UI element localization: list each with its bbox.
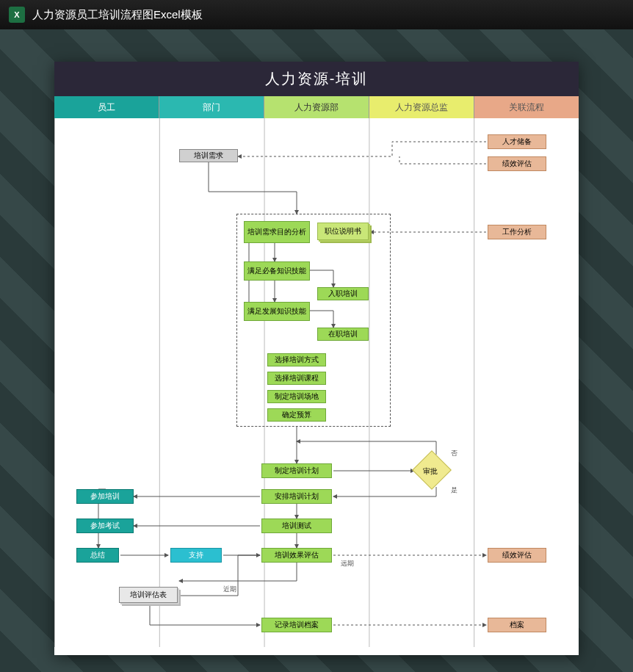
label-short-term: 近期 [223,585,236,594]
node-perf-eval-2: 绩效评估 [488,548,546,563]
label-no: 否 [451,449,457,458]
node-attend-training: 参加培训 [76,489,134,504]
lane-department: 部门 [159,96,264,118]
flowchart-body: 人才储备 绩效评估 工作分析 培训需求 培训需求目的分析 职位说明书 满足必备知… [54,118,579,647]
node-training-need: 培训需求 [179,149,238,162]
node-training-test: 培训测试 [261,519,332,533]
node-attend-exam: 参加考试 [76,519,134,533]
node-onjob-training: 在职培训 [317,328,369,341]
node-arrange-plan: 安排培训计划 [261,489,332,504]
diagram-title: 人力资源-培训 [54,62,579,96]
node-talent-reserve: 人才储备 [488,134,546,149]
window-title: 人力资源员工培训流程图Excel模板 [32,8,203,22]
window-titlebar: X 人力资源员工培训流程图Excel模板 [0,0,633,29]
swimlanes-header: 员工 部门 人力资源部 人力资源总监 关联流程 [54,96,579,118]
node-basic-knowledge: 满足必备知识技能 [244,261,310,281]
node-select-course: 选择培训课程 [267,372,326,385]
node-set-budget: 确定预算 [267,408,326,422]
node-job-desc: 职位说明书 [317,223,369,240]
node-job-analysis: 工作分析 [488,225,546,239]
lane-hr-dept: 人力资源部 [264,96,369,118]
node-support: 支持 [170,548,222,563]
node-eval-form: 培训评估表 [119,587,178,603]
label-long-term: 远期 [341,559,354,568]
diagram-canvas: 人力资源-培训 员工 部门 人力资源部 人力资源总监 关联流程 [54,62,579,655]
node-perf-eval-1: 绩效评估 [488,156,546,171]
node-set-venue: 制定培训场地 [267,390,326,403]
node-select-method: 选择培训方式 [267,353,326,366]
excel-icon: X [9,7,25,23]
node-record-archive: 记录培训档案 [261,618,332,632]
lane-hr-director: 人力资源总监 [369,96,474,118]
lane-related-process: 关联流程 [474,96,579,118]
node-dev-knowledge: 满足发展知识技能 [244,302,310,321]
node-make-plan: 制定培训计划 [261,463,332,478]
node-approve: 审批 [412,450,452,490]
lane-employee: 员工 [54,96,159,118]
node-onboard-training: 入职培训 [317,287,369,300]
label-yes: 是 [451,485,457,495]
node-need-analysis: 培训需求目的分析 [244,221,310,243]
node-summary: 总结 [76,548,119,563]
node-effect-eval: 培训效果评估 [261,548,332,563]
node-archive: 档案 [488,618,546,632]
